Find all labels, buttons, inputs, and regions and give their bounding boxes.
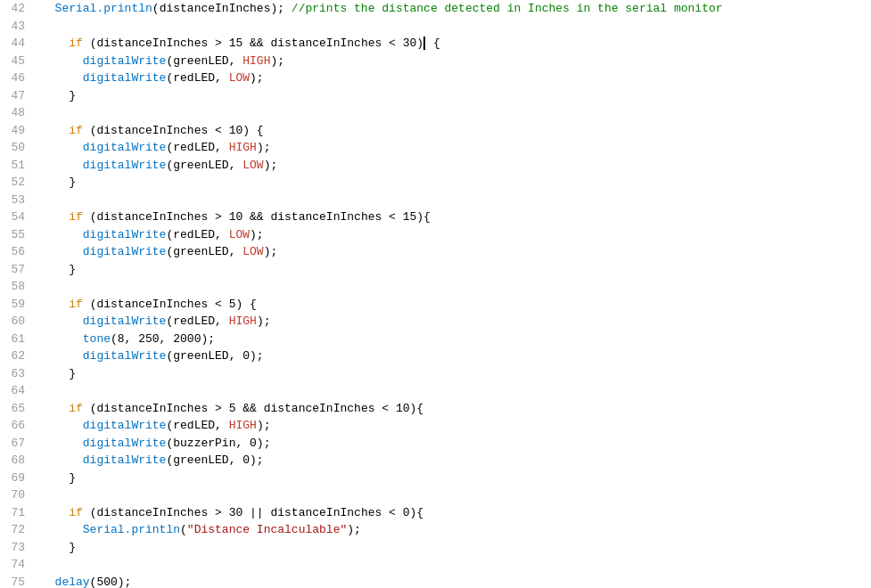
punct-token: (redLED, xyxy=(166,314,228,328)
line-number: 60 xyxy=(4,313,25,331)
punct-token: (distanceInInches > 30 || distanceInInch… xyxy=(83,506,423,519)
punct-token: (greenLED, 0); xyxy=(166,349,263,363)
code-content[interactable]: Serial.println(distanceInInches); //prin… xyxy=(32,0,871,588)
punct-token: (redLED, xyxy=(166,228,228,241)
punct-token xyxy=(41,298,69,311)
punct-token: (distanceInInches); xyxy=(152,2,292,15)
punct-token: (buzzerPin, 0); xyxy=(166,437,270,450)
line-number: 54 xyxy=(4,208,25,226)
kw-token: if xyxy=(69,37,83,50)
punct-token: ); xyxy=(250,71,264,85)
param-token: HIGH xyxy=(229,419,257,432)
line-number: 65 xyxy=(4,400,25,418)
line-number: 52 xyxy=(4,174,25,192)
code-line xyxy=(41,18,871,36)
code-line: tone(8, 250, 2000); xyxy=(41,331,871,348)
cursor-token xyxy=(423,37,425,50)
punct-token: ( xyxy=(180,523,187,536)
code-line xyxy=(41,556,871,574)
code-line xyxy=(41,382,871,400)
line-number: 63 xyxy=(4,365,25,383)
line-number: 44 xyxy=(4,35,25,53)
kw-token: if xyxy=(69,124,83,137)
code-line: digitalWrite(redLED, LOW); xyxy=(41,226,871,244)
punct-token: ); xyxy=(257,141,271,154)
param-token: LOW xyxy=(242,159,263,172)
line-number: 62 xyxy=(4,347,25,365)
line-number: 72 xyxy=(4,521,25,539)
code-line: if (distanceInInches > 5 && distanceInIn… xyxy=(41,400,871,418)
code-line: } xyxy=(41,174,871,192)
punct-token: (greenLED, xyxy=(166,159,242,172)
punct-token: (greenLED, xyxy=(166,245,242,258)
punct-token: (distanceInInches < 5) { xyxy=(83,298,257,311)
line-number: 47 xyxy=(4,87,25,105)
line-number: 69 xyxy=(4,470,25,487)
fn-token: digitalWrite xyxy=(41,453,166,467)
fn-token: Serial.println xyxy=(41,2,152,15)
code-line xyxy=(41,192,871,209)
punct-token: (8, 250, 2000); xyxy=(111,332,215,346)
code-editor: 4243444546474849505152535455565758596061… xyxy=(0,0,871,588)
punct-token: } xyxy=(41,263,76,276)
cm-token: //prints the distance detected in Inches… xyxy=(292,2,723,15)
line-number: 67 xyxy=(4,435,25,453)
punct-token: (500); xyxy=(90,576,132,589)
line-number: 68 xyxy=(4,452,25,470)
code-line: Serial.println(distanceInInches); //prin… xyxy=(41,0,871,18)
kw-token: if xyxy=(69,506,83,519)
code-line: digitalWrite(greenLED, HIGH); xyxy=(41,53,871,70)
fn-token: tone xyxy=(41,332,111,346)
punct-token: } xyxy=(41,367,76,380)
punct-token: ); xyxy=(250,228,264,241)
code-line: digitalWrite(greenLED, LOW); xyxy=(41,157,871,175)
code-line: if (distanceInInches > 15 && distanceInI… xyxy=(41,35,871,53)
punct-token xyxy=(41,37,69,50)
code-line: } xyxy=(41,261,871,279)
fn-token: digitalWrite xyxy=(41,419,166,432)
code-line: digitalWrite(redLED, HIGH); xyxy=(41,417,871,435)
kw-token: if xyxy=(69,402,83,415)
line-number: 59 xyxy=(4,296,25,314)
code-line: digitalWrite(greenLED, 0); xyxy=(41,347,871,365)
punct-token: (greenLED, xyxy=(166,54,242,68)
line-number: 46 xyxy=(4,69,25,87)
punct-token: (distanceInInches > 10 && distanceInInch… xyxy=(83,210,431,224)
code-line: if (distanceInInches < 10) { xyxy=(41,122,871,140)
punct-token: ); xyxy=(264,245,278,258)
line-number: 42 xyxy=(4,0,25,18)
line-number: 43 xyxy=(4,18,25,36)
code-line: } xyxy=(41,539,871,557)
fn-token: digitalWrite xyxy=(41,54,166,68)
str-token: "Distance Incalculable" xyxy=(187,523,347,536)
code-line xyxy=(41,486,871,504)
line-number: 75 xyxy=(4,574,25,589)
punct-token: (distanceInInches > 5 && distanceInInche… xyxy=(83,402,423,415)
punct-token: (redLED, xyxy=(166,141,228,154)
fn-token: digitalWrite xyxy=(41,245,166,258)
fn-token: digitalWrite xyxy=(41,228,166,241)
line-number: 55 xyxy=(4,226,25,244)
punct-token xyxy=(41,124,69,137)
fn-token: delay xyxy=(41,576,90,589)
line-number: 58 xyxy=(4,278,25,296)
code-line xyxy=(41,278,871,296)
punct-token: } xyxy=(41,176,76,189)
fn-token: digitalWrite xyxy=(41,159,166,172)
punct-token: (redLED, xyxy=(166,419,228,432)
code-line: if (distanceInInches > 30 || distanceInI… xyxy=(41,504,871,522)
kw-token: if xyxy=(69,210,83,224)
line-number: 70 xyxy=(4,486,25,504)
param-token: LOW xyxy=(229,71,250,85)
fn-token: digitalWrite xyxy=(41,349,166,363)
code-line: digitalWrite(redLED, HIGH); xyxy=(41,313,871,331)
punct-token: { xyxy=(426,37,440,50)
line-number: 53 xyxy=(4,192,25,209)
punct-token: (distanceInInches > 15 && distanceInInch… xyxy=(83,37,423,50)
punct-token xyxy=(41,402,69,415)
param-token: HIGH xyxy=(229,141,257,154)
code-line: Serial.println("Distance Incalculable"); xyxy=(41,521,871,539)
punct-token: ); xyxy=(264,159,278,172)
line-number: 73 xyxy=(4,539,25,557)
line-number: 74 xyxy=(4,556,25,574)
